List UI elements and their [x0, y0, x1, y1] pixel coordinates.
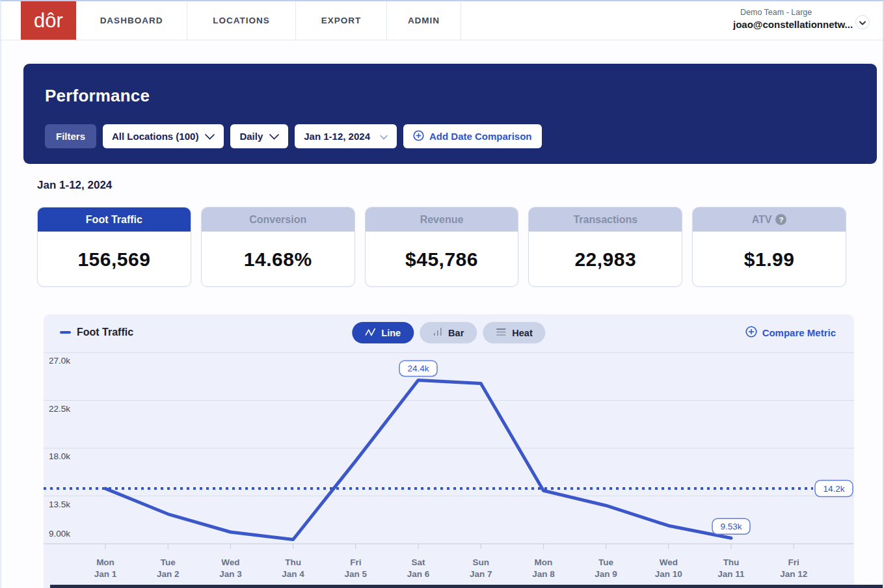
x-axis-tick-label: TueJan 2: [157, 557, 180, 579]
nav-item-admin[interactable]: ADMIN: [387, 1, 461, 40]
filters-row: Filters All Locations (100) Daily Jan 1-…: [45, 124, 542, 148]
compare-metric-button[interactable]: Compare Metric: [745, 326, 836, 340]
metric-card-value: 156,569: [38, 232, 191, 287]
metric-card-header: Conversion: [202, 207, 355, 232]
locations-dropdown-value: All Locations (100): [112, 131, 198, 142]
nav-item-export[interactable]: EXPORT: [296, 1, 387, 40]
metric-card-value: 22,983: [529, 232, 682, 287]
x-axis-tick-label: FriJan 5: [345, 557, 368, 579]
granularity-dropdown[interactable]: Daily: [230, 124, 288, 148]
chart-type-bar-label: Bar: [448, 328, 464, 338]
nav-item-locations[interactable]: LOCATIONS: [187, 1, 296, 40]
foot-traffic-line-chart: 27.0k22.5k18.0k13.5k9.00kMonJan 1TueJan …: [44, 351, 854, 588]
nav-item-dashboard[interactable]: DASHBOARD: [76, 1, 187, 40]
chart-type-toggle-group: Line Bar: [352, 322, 545, 343]
y-axis-tick-label: 18.0k: [49, 451, 70, 461]
metric-card-value: $45,786: [366, 232, 518, 287]
chart-header: Foot Traffic Line: [44, 314, 854, 351]
metric-card-header: ATV ?: [693, 207, 846, 232]
x-axis-tick-label: SunJan 7: [470, 557, 492, 579]
page-title: Performance: [45, 86, 150, 106]
chart-type-line-button[interactable]: Line: [352, 322, 414, 343]
metric-card-transactions[interactable]: Transactions 22,983: [528, 207, 682, 287]
x-axis-tick-label: ThuJan 4: [282, 557, 304, 579]
metric-card-foot-traffic[interactable]: Foot Traffic 156,569: [37, 207, 191, 287]
point-label: 9.53k: [720, 522, 742, 531]
metric-card-value: 14.68%: [202, 232, 355, 287]
x-axis-tick-label: MonJan 1: [94, 557, 117, 579]
x-axis-tick-label: ThuJan 11: [717, 557, 745, 579]
user-email-label: joao@constellationnetw...: [733, 19, 853, 30]
foot-traffic-chart-card: Foot Traffic Line: [44, 314, 854, 588]
y-axis-tick-label: 9.00k: [49, 529, 70, 539]
chart-type-heat-button[interactable]: Heat: [483, 322, 545, 343]
chart-type-bar-button[interactable]: Bar: [420, 322, 477, 343]
metric-card-label: ATV: [752, 214, 772, 226]
metric-card-header: Revenue: [366, 207, 518, 232]
metric-cards-row: Foot Traffic 156,569 Conversion 14.68% R…: [37, 207, 846, 287]
x-axis-tick-label: WedJan 3: [219, 557, 242, 579]
user-info: Demo Team - Large joao@constellationnetw…: [733, 8, 853, 30]
metric-card-revenue[interactable]: Revenue $45,786: [365, 207, 519, 287]
chart-legend-label: Foot Traffic: [77, 327, 133, 338]
user-menu-button[interactable]: [855, 15, 870, 29]
chart-type-heat-label: Heat: [512, 328, 532, 338]
metric-card-value: $1.99: [693, 232, 846, 287]
chevron-down-icon: [205, 131, 215, 142]
chevron-down-icon: [859, 16, 866, 28]
dor-dashboard: dôr DASHBOARD LOCATIONS EXPORT ADMIN Dem…: [0, 0, 884, 588]
filters-button[interactable]: Filters: [45, 124, 96, 148]
x-axis-tick-label: SatJan 6: [407, 557, 430, 579]
dor-logo[interactable]: dôr: [21, 1, 76, 40]
date-range-dropdown-value: Jan 1-12, 2024: [304, 131, 370, 142]
locations-dropdown[interactable]: All Locations (100): [103, 124, 224, 148]
chart-type-line-label: Line: [381, 328, 401, 338]
plus-circle-icon: [413, 130, 424, 143]
x-axis-tick-label: TueJan 9: [595, 557, 617, 579]
y-axis-tick-label: 13.5k: [49, 500, 70, 509]
series-color-dash-icon: [60, 331, 71, 334]
point-label: 24.4k: [407, 364, 429, 373]
chart-legend: Foot Traffic: [60, 327, 133, 338]
line-chart-icon: [365, 328, 375, 338]
y-axis-tick-label: 22.5k: [49, 404, 70, 414]
y-axis-tick-label: 27.0k: [49, 356, 70, 366]
bar-chart-icon: [433, 327, 442, 338]
date-range-heading: Jan 1-12, 2024: [37, 179, 112, 192]
x-axis-tick-label: FriJan 12: [780, 557, 807, 579]
chevron-down-icon: [380, 131, 388, 142]
help-icon[interactable]: ?: [775, 214, 786, 225]
add-date-comparison-label: Add Date Comparison: [429, 131, 532, 142]
plus-circle-icon: [745, 326, 757, 340]
next-panel-edge: [50, 585, 883, 588]
average-line-label: 14.2k: [823, 484, 844, 494]
compare-metric-label: Compare Metric: [762, 327, 836, 338]
foot-traffic-line[interactable]: [105, 381, 731, 540]
add-date-comparison-button[interactable]: Add Date Comparison: [403, 124, 542, 148]
granularity-dropdown-value: Daily: [239, 131, 263, 142]
heatmap-icon: [496, 328, 506, 338]
performance-panel: Performance Filters All Locations (100) …: [23, 64, 877, 164]
date-range-dropdown[interactable]: Jan 1-12, 2024: [295, 124, 397, 148]
metric-card-atv[interactable]: ATV ? $1.99: [692, 207, 846, 287]
metric-card-header: Transactions: [529, 207, 682, 232]
metric-card-header: Foot Traffic: [38, 207, 191, 232]
metric-card-conversion[interactable]: Conversion 14.68%: [201, 207, 355, 287]
top-nav: dôr DASHBOARD LOCATIONS EXPORT ADMIN Dem…: [1, 1, 883, 40]
chevron-down-icon: [269, 131, 279, 142]
user-team-label: Demo Team - Large: [740, 8, 853, 17]
x-axis-tick-label: WedJan 10: [655, 557, 682, 579]
x-axis-tick-label: MonJan 8: [532, 557, 555, 579]
